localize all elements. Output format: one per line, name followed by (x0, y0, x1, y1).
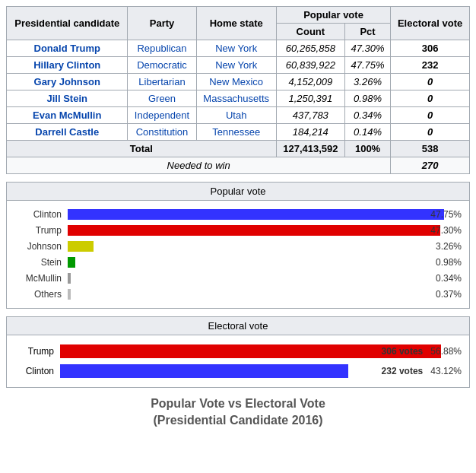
elec-bar-container: 306 votes 56.88% (60, 344, 462, 358)
elec-bar-container: 232 votes 43.12% (60, 364, 462, 378)
cell-state: New Mexico (196, 74, 276, 90)
elec-info: 232 votes 43.12% (382, 366, 462, 376)
table-row: Gary Johnson Libertarian New Mexico 4,15… (7, 74, 470, 90)
cell-state: Massachusetts (196, 90, 276, 107)
table-row: Darrell Castle Constitution Tennessee 18… (7, 124, 470, 141)
bar-label: Trump (14, 225, 68, 236)
electoral-vote-bar-row: Clinton 232 votes 43.12% (14, 363, 462, 379)
cell-pct: 3.26% (344, 74, 390, 90)
popular-vote-bar-row: Others 0.37% (14, 287, 462, 301)
electoral-vote-bars: Trump 306 votes 56.88% Clinton 232 votes… (7, 335, 469, 387)
cell-electoral: 0 (391, 90, 470, 107)
cell-candidate: Donald Trump (7, 40, 128, 57)
needed-row: Needed to win 270 (7, 157, 470, 174)
bar-pct: 0.34% (436, 273, 462, 284)
election-results-table: Presidential candidate Party Home state … (6, 6, 470, 174)
cell-candidate: Jill Stein (7, 90, 128, 107)
needed-value: 270 (391, 157, 470, 174)
bar-container: 47.30% (68, 225, 462, 236)
bar-fill (68, 257, 75, 268)
page-title: Popular Vote vs Electoral Vote(President… (6, 395, 470, 430)
bar-container: 47.75% (68, 209, 462, 220)
electoral-vote-chart-title: Electoral vote (7, 317, 469, 335)
bar-pct: 47.75% (430, 209, 462, 220)
popular-vote-chart-title: Popular vote (7, 183, 469, 201)
header-popular-vote: Popular vote (276, 7, 390, 24)
popular-vote-bar-row: Trump 47.30% (14, 224, 462, 237)
cell-electoral: 232 (391, 57, 470, 74)
cell-state: New York (196, 40, 276, 57)
bar-label: Johnson (14, 241, 68, 252)
bar-container: 0.37% (68, 289, 462, 300)
cell-electoral: 0 (391, 74, 470, 90)
cell-pct: 47.75% (344, 57, 390, 74)
cell-pct: 47.30% (344, 40, 390, 57)
cell-party: Democratic (128, 57, 196, 74)
bar-label: Stein (14, 257, 68, 268)
bar-pct: 47.30% (430, 225, 462, 236)
cell-party: Republican (128, 40, 196, 57)
header-count: Count (276, 24, 344, 40)
cell-party: Green (128, 90, 196, 107)
header-party: Party (128, 7, 196, 40)
elec-label: Trump (14, 346, 60, 357)
total-row: Total 127,413,592 100% 538 (7, 141, 470, 157)
cell-party: Constitution (128, 124, 196, 141)
cell-candidate: Hillary Clinton (7, 57, 128, 74)
cell-count: 437,783 (276, 107, 344, 124)
cell-party: Libertarian (128, 74, 196, 90)
table-row: Donald Trump Republican New York 60,265,… (7, 40, 470, 57)
bar-container: 0.98% (68, 257, 462, 268)
elec-info: 306 votes 56.88% (382, 346, 462, 357)
total-pct: 100% (344, 141, 390, 157)
cell-count: 60,265,858 (276, 40, 344, 57)
cell-electoral: 0 (391, 124, 470, 141)
popular-vote-bar-row: Clinton 47.75% (14, 208, 462, 221)
total-label: Total (7, 141, 277, 157)
cell-pct: 0.34% (344, 107, 390, 124)
bar-pct: 0.98% (436, 257, 462, 268)
cell-count: 60,839,922 (276, 57, 344, 74)
elec-bar-fill (60, 364, 348, 378)
cell-candidate: Gary Johnson (7, 74, 128, 90)
popular-vote-bars: Clinton 47.75% Trump 47.30% Johnson 3.26… (7, 201, 469, 308)
total-count: 127,413,592 (276, 141, 344, 157)
table-row: Hillary Clinton Democratic New York 60,8… (7, 57, 470, 74)
bar-fill (68, 289, 71, 300)
popular-vote-bar-row: Johnson 3.26% (14, 240, 462, 253)
cell-electoral: 0 (391, 107, 470, 124)
bar-label: Others (14, 289, 68, 300)
popular-vote-chart: Popular vote Clinton 47.75% Trump 47.30%… (6, 182, 470, 309)
bar-fill (68, 241, 94, 252)
cell-party: Independent (128, 107, 196, 124)
bar-label: Clinton (14, 209, 68, 220)
bar-fill (68, 225, 440, 236)
cell-count: 1,250,391 (276, 90, 344, 107)
bar-container: 0.34% (68, 273, 462, 284)
electoral-vote-bar-row: Trump 306 votes 56.88% (14, 343, 462, 360)
header-electoral: Electoral vote (391, 7, 470, 40)
electoral-vote-chart: Electoral vote Trump 306 votes 56.88% Cl… (6, 316, 470, 388)
bar-container: 3.26% (68, 241, 462, 252)
elec-label: Clinton (14, 366, 60, 376)
total-electoral: 538 (391, 141, 470, 157)
header-pct: Pct (344, 24, 390, 40)
table-row: Evan McMullin Independent Utah 437,783 0… (7, 107, 470, 124)
cell-candidate: Evan McMullin (7, 107, 128, 124)
cell-pct: 0.14% (344, 124, 390, 141)
popular-vote-bar-row: McMullin 0.34% (14, 271, 462, 285)
popular-vote-bar-row: Stein 0.98% (14, 256, 462, 269)
bar-pct: 0.37% (436, 289, 462, 300)
bar-pct: 3.26% (436, 241, 462, 252)
bar-fill (68, 209, 444, 220)
table-row: Jill Stein Green Massachusetts 1,250,391… (7, 90, 470, 107)
elec-votes: 232 votes (382, 366, 424, 376)
cell-state: Utah (196, 107, 276, 124)
cell-pct: 0.98% (344, 90, 390, 107)
cell-count: 4,152,009 (276, 74, 344, 90)
header-candidate: Presidential candidate (7, 7, 128, 40)
bar-fill (68, 273, 71, 284)
cell-candidate: Darrell Castle (7, 124, 128, 141)
header-homestate: Home state (196, 7, 276, 40)
bar-label: McMullin (14, 273, 68, 284)
